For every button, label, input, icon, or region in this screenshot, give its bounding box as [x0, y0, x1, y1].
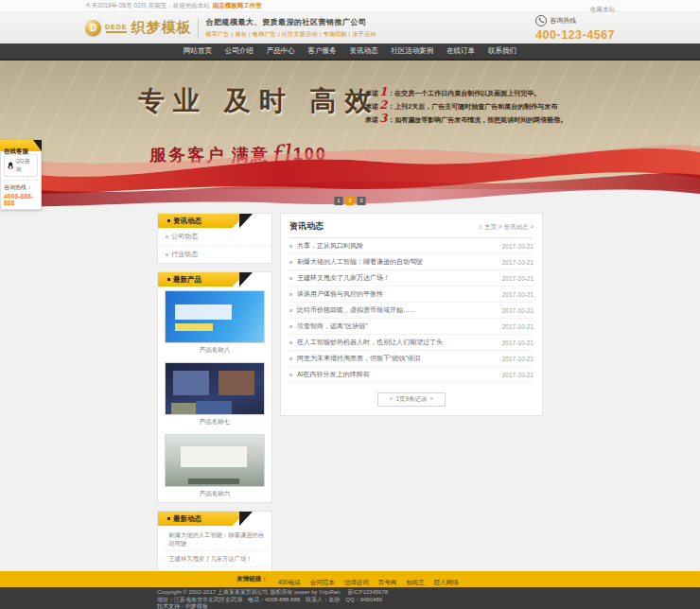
news-date: 2017-10-21: [502, 323, 534, 330]
news-title[interactable]: 谈谈用户体验与风控的平衡性: [297, 289, 495, 299]
sidebar-item-行业动态[interactable]: 行业动态: [158, 246, 271, 263]
banner-pager-dot-1[interactable]: 1: [335, 197, 343, 205]
latest-item[interactable]: ·王建林又甩卖了几家万达广场！: [163, 551, 267, 567]
header-divider: [198, 18, 199, 39]
product-name: 产品名称七: [165, 418, 265, 426]
friend-link-法律咨询[interactable]: 法律咨询: [344, 579, 369, 585]
news-row[interactable]: 刷爆大佬的人工智能：聊着谦逊的自动驾驶2017-10-21: [289, 254, 534, 270]
hotline-label: 咨询热线: [550, 16, 576, 26]
friend-links-label: 友情链接：: [236, 575, 268, 583]
main-nav: 网站首页公司介绍产品中心客户服务资讯动态社区活动案例在线订单联系我们: [0, 44, 700, 61]
news-title[interactable]: 在人工智能炒热机器人时，也别让人们期望过了头: [297, 338, 495, 347]
nav-item-社区活动案例[interactable]: 社区活动案例: [387, 44, 437, 59]
latest-item[interactable]: ·谈谈用户体验与风控的平衡性: [163, 567, 267, 571]
bullet-icon: [166, 235, 168, 238]
breadcrumb-home[interactable]: 主页: [484, 223, 497, 230]
friend-link-知阅王[interactable]: 知阅王: [406, 579, 425, 585]
news-title[interactable]: 刷爆大佬的人工智能：聊着谦逊的自动驾驶: [297, 257, 495, 267]
news-row[interactable]: AI在内容分发上的绊脚石2017-10-21: [289, 367, 534, 383]
logo[interactable]: DEDE: [105, 24, 127, 33]
bullet-icon: [166, 253, 168, 256]
latest-item-label: 刷爆大佬的人工智能：聊着谦逊的自动驾驶: [168, 531, 266, 548]
sidebar-news-menu-title: 资讯动态: [158, 214, 271, 228]
nav-item-客户服务[interactable]: 客户服务: [305, 44, 341, 59]
news-row[interactable]: 阿里为未来增持淘票票，但眼下“烧钱”依旧2017-10-21: [289, 351, 534, 367]
news-title[interactable]: 王建林又甩卖了几家万达广场！: [297, 273, 495, 283]
news-row[interactable]: 谈谈用户体验与风控的平衡性2017-10-21: [289, 287, 534, 303]
qq-consult-button[interactable]: QQ咨询: [4, 154, 38, 177]
news-row[interactable]: 比特币价格回暖，虚拟货币领域开始……2017-10-21: [289, 303, 534, 319]
breadcrumb-separator: >: [499, 223, 502, 230]
logo-name: DEDE: [105, 24, 127, 30]
bullet-icon: [289, 277, 292, 280]
pagination-prev-icon[interactable]: «: [390, 395, 394, 402]
banner-pager-dot-3[interactable]: 3: [358, 197, 366, 205]
sidebar-item-label: 公司动态: [171, 232, 198, 241]
site-link[interactable]: 南京模板网工作室: [210, 2, 262, 9]
pagination[interactable]: «1页9条记录»: [377, 392, 446, 407]
sidebar-products-header: 最新产品: [158, 272, 271, 287]
news-title[interactable]: 阿里为未来增持淘票票，但眼下“烧钱”依旧: [297, 354, 495, 363]
favorite-label[interactable]: 收藏本站: [590, 6, 615, 12]
footer-support: 技术支持：织梦模板: [157, 603, 543, 609]
news-row[interactable]: 在人工智能炒热机器人时，也别让人们期望过了头2017-10-21: [289, 335, 534, 351]
logo-title[interactable]: 织梦模板: [131, 19, 191, 37]
friend-link-400电话[interactable]: 400电话: [278, 579, 301, 585]
bullet-icon: [289, 309, 292, 312]
news-title[interactable]: 比特币价格回暖，虚拟货币领域开始……: [297, 305, 495, 315]
product-image[interactable]: [165, 290, 265, 343]
product-item[interactable]: 产品名称六: [158, 430, 271, 502]
friend-link-巨人网络[interactable]: 巨人网络: [434, 579, 459, 585]
product-item[interactable]: 产品名称八: [158, 287, 271, 358]
bullet-icon: [289, 341, 292, 344]
main-area: 资讯动态 公司动态行业动态 最新产品 产品名称八产品名称七产品名称六 最新动态: [0, 210, 700, 571]
bullet-icon: [289, 293, 292, 296]
friend-link-合同范本[interactable]: 合同范本: [310, 579, 335, 585]
nav-item-产品中心[interactable]: 产品中心: [263, 44, 299, 59]
product-image[interactable]: [165, 362, 265, 415]
sidebar-item-公司动态[interactable]: 公司动态: [158, 228, 271, 246]
hotline-block: 咨询热线 400-123-4567: [535, 15, 615, 42]
banner-pager-dot-2[interactable]: 2: [346, 197, 355, 205]
bullet-icon: [289, 374, 292, 376]
news-date: 2017-10-21: [502, 307, 534, 314]
site-link-label[interactable]: 南京模板网工作室: [213, 2, 262, 9]
bullet-icon: [289, 357, 292, 360]
banner-promise: 承诺1：在交房一个工作日内展台制作以及画面上刊完毕。: [365, 86, 567, 99]
bullet-icon: ·: [164, 554, 166, 564]
product-image[interactable]: [165, 434, 265, 487]
breadcrumb-current[interactable]: 资讯动态: [503, 223, 528, 230]
news-row[interactable]: 王建林又甩卖了几家万达广场！2017-10-21: [289, 270, 534, 287]
footer: Copyright © 2002-2017 上海某某某贸易公司 版权所有 pow…: [0, 587, 700, 609]
product-item[interactable]: 产品名称七: [158, 358, 271, 430]
sidebar-latest-title: 最新动态: [158, 512, 271, 526]
nav-item-联系我们[interactable]: 联系我们: [484, 44, 520, 59]
news-date: 2017-10-21: [502, 372, 534, 378]
qq-consult-label[interactable]: QQ咨询: [15, 157, 34, 174]
phone-icon: [535, 15, 547, 26]
widget-divider: [4, 180, 38, 181]
widget-hotline-number: 4008-888-888: [4, 193, 38, 206]
news-title[interactable]: 共享，正从风口到风险: [297, 241, 495, 251]
banner-pager: 123: [335, 197, 366, 205]
friend-link-百号网[interactable]: 百号网: [378, 579, 397, 585]
latest-item[interactable]: ·刷爆大佬的人工智能：聊着谦逊的自动驾驶: [163, 528, 267, 551]
news-title[interactable]: 珍爱智商，远离“区块链”: [297, 322, 495, 331]
pagination-next-icon[interactable]: »: [430, 395, 434, 402]
latest-item-label: 王建林又甩卖了几家万达广场！: [168, 554, 252, 564]
nav-item-网站首页[interactable]: 网站首页: [180, 44, 216, 59]
news-row[interactable]: 共享，正从风口到风险2017-10-21: [289, 238, 534, 254]
latest-item-label: 谈谈用户体验与风控的平衡性: [168, 570, 246, 571]
sidebar-products-title: 最新产品: [158, 272, 271, 287]
nav-item-在线订单[interactable]: 在线订单: [443, 44, 479, 59]
news-title[interactable]: AI在内容分发上的绊脚石: [297, 370, 495, 379]
header-slogan: 合肥规模最大、资质最深的社区营销推广公司: [205, 17, 376, 27]
nav-item-资讯动态[interactable]: 资讯动态: [345, 44, 381, 59]
bullet-icon: [289, 261, 292, 264]
news-row[interactable]: 珍爱智商，远离“区块链”2017-10-21: [289, 319, 534, 335]
footer-copyright: Copyright © 2002-2017 上海某某某贸易公司 版权所有 pow…: [157, 589, 543, 597]
nav-item-公司介绍[interactable]: 公司介绍: [221, 44, 257, 59]
news-date: 2017-10-21: [502, 243, 534, 250]
logo-underline: [106, 31, 127, 33]
sidebar-item-label: 行业动态: [171, 250, 198, 259]
